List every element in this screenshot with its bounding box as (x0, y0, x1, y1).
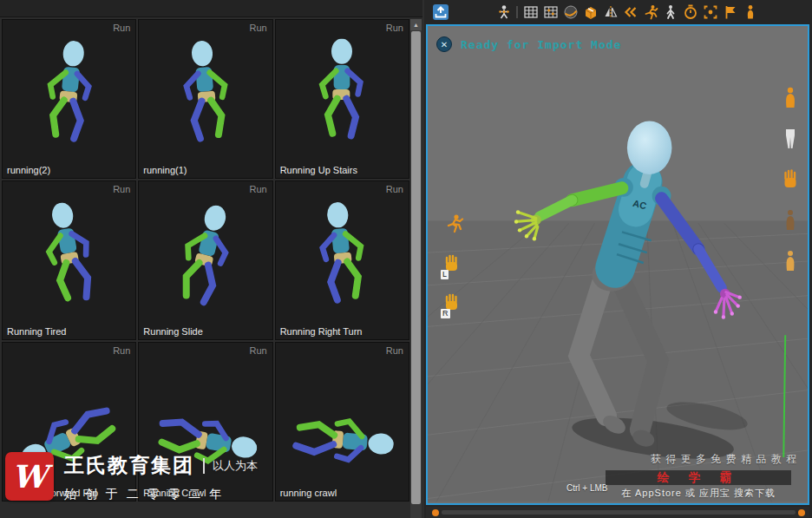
timer-icon[interactable] (680, 3, 700, 23)
right-hand-label: R (441, 309, 450, 318)
watermark-brand: 王氏教育集团 (64, 452, 194, 479)
grid-dots-icon[interactable] (540, 3, 560, 23)
flag-icon[interactable] (720, 3, 740, 23)
left-hand-icon[interactable]: L (443, 254, 461, 277)
mannequin-icon[interactable] (740, 3, 760, 23)
animation-item-running-up-stairs[interactable]: Run Running Up Stairs (275, 19, 409, 179)
scene-canvas[interactable]: AC (428, 26, 808, 503)
grid-icon[interactable] (521, 3, 540, 23)
animation-item-running-2[interactable]: Run running(2) (2, 19, 136, 179)
character-rig-icon[interactable] (494, 3, 514, 23)
scroll-up-button[interactable]: ▲ (410, 19, 422, 30)
promo-brand-text: 绘 学 霸 (658, 470, 740, 486)
viewport-h-scrollbar[interactable] (426, 507, 809, 518)
animation-library-panel: Run running(2) Run running(1) Run Runnin… (0, 0, 422, 518)
capture-frame-icon[interactable] (700, 3, 720, 23)
category-badge: Run (113, 184, 130, 194)
3d-viewport[interactable]: AC (426, 24, 809, 505)
animation-item-running-tired[interactable]: Run Running Tired (2, 180, 136, 340)
animation-label: running(1) (143, 165, 187, 175)
animation-label: Running Slide (143, 326, 203, 337)
promo-brand-bar: 绘 学 霸 (606, 470, 791, 485)
full-body-icon[interactable] (782, 87, 799, 113)
animation-thumbnail (167, 38, 245, 148)
run-cycle-icon[interactable] (640, 3, 660, 23)
animation-thumbnail (287, 402, 397, 480)
scrollbar-thumb[interactable] (411, 31, 421, 504)
animation-item-running-1[interactable]: Run running(1) (138, 19, 272, 179)
viewport-toolbar (424, 0, 812, 24)
category-badge: Run (113, 345, 130, 356)
library-scrollbar[interactable]: ▲ (410, 19, 422, 518)
tan-body-icon[interactable] (782, 250, 799, 276)
viewport-panel: AC (424, 0, 812, 518)
category-badge: Run (386, 184, 403, 194)
animation-app-window: Run running(2) Run running(1) Run Runnin… (0, 0, 812, 518)
category-badge: Run (113, 23, 130, 33)
animation-label: running(2) (7, 165, 50, 175)
animation-thumbnail (307, 38, 377, 142)
animation-item-running-crawl-2[interactable]: Run running crawl (275, 342, 409, 502)
lower-body-icon[interactable] (782, 128, 799, 154)
category-badge: Run (386, 23, 403, 33)
category-badge: Run (249, 184, 266, 194)
run-pose-icon[interactable] (445, 213, 464, 238)
hand-part-icon[interactable] (782, 168, 799, 194)
status-text: Ready for Import Mode (461, 38, 621, 51)
animation-thumbnail (302, 199, 382, 310)
animation-label: running crawl (280, 488, 337, 498)
walk-cycle-icon[interactable] (660, 3, 680, 23)
animation-item-running-right-turn[interactable]: Run Running Right Turn (275, 180, 409, 340)
category-badge: Run (386, 345, 403, 356)
animation-label: Running Tired (7, 326, 67, 337)
scroll-left-handle[interactable] (432, 509, 439, 516)
close-status-icon[interactable]: ✕ (436, 36, 452, 52)
h-scrollbar-track[interactable] (442, 510, 796, 515)
category-badge: Run (249, 23, 266, 33)
animation-label: Running Up Stairs (280, 165, 357, 175)
dark-body-icon[interactable] (782, 209, 799, 235)
category-badge: Run (249, 345, 266, 356)
animation-thumbnail (26, 197, 113, 311)
left-hand-label: L (441, 270, 449, 279)
back-chevrons-icon[interactable] (620, 3, 640, 23)
animation-thumbnail (29, 37, 109, 148)
status-row: ✕ Ready for Import Mode (436, 36, 621, 52)
animation-thumbnail-grid: Run running(2) Run running(1) Run Runnin… (2, 19, 409, 502)
watermark-logo: W (5, 452, 54, 501)
toolbar-separator (516, 6, 518, 18)
sphere-icon[interactable] (560, 3, 580, 23)
animation-label: Running Right Turn (280, 326, 363, 337)
promo-line1: 获 得 更 多 免 费 精 品 教 程 (651, 452, 797, 467)
package-icon[interactable] (580, 3, 600, 23)
import-icon[interactable] (430, 3, 450, 23)
watermark-slogan: 以人为本 (203, 458, 258, 474)
scroll-right-handle[interactable] (798, 509, 805, 516)
library-header-bar (0, 0, 422, 17)
watermark-founded: 始 创 于 二 零 零 二 年 (64, 487, 258, 502)
promo-line2: 在 AppStore 或 应用宝 搜索下载 (599, 487, 797, 500)
body-part-column (782, 87, 799, 276)
animation-item-running-slide[interactable]: Run Running Slide (138, 180, 272, 340)
right-hand-icon[interactable]: R (443, 293, 461, 316)
mirror-icon[interactable] (600, 3, 620, 23)
animation-thumbnail (160, 197, 252, 315)
watermark: W 王氏教育集团 以人为本 始 创 于 二 零 零 二 年 (5, 452, 258, 502)
